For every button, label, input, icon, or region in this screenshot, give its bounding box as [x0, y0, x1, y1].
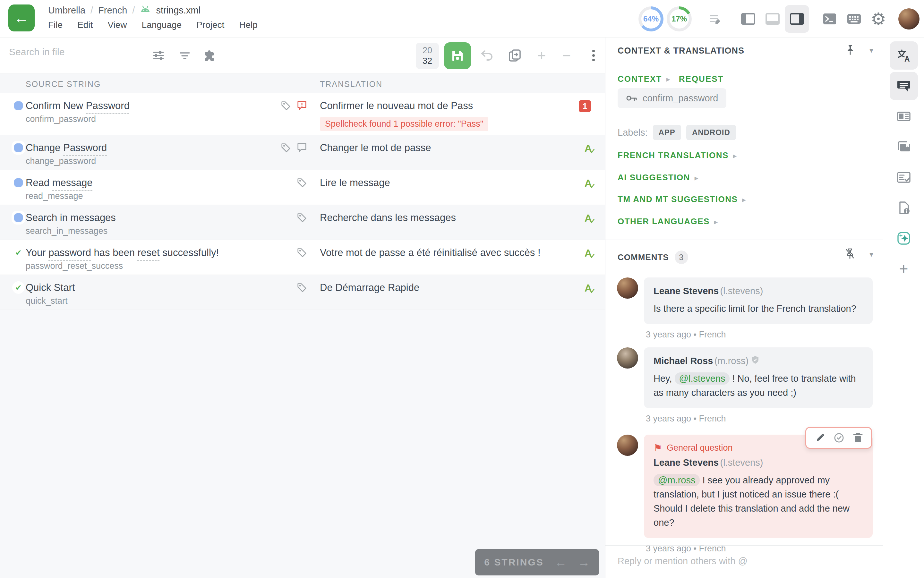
left-panel-toggle-icon[interactable]	[736, 5, 760, 33]
table-row[interactable]: Confirm New Password confirm_password Co…	[0, 93, 605, 135]
divider	[606, 240, 883, 240]
approved-icon[interactable]: A✓	[585, 178, 598, 190]
untranslated-status-icon	[14, 179, 23, 187]
label-chip[interactable]: ANDROID	[686, 125, 736, 140]
untranslated-status-icon	[14, 101, 23, 110]
pin-icon[interactable]	[845, 44, 855, 57]
avatar[interactable]	[617, 435, 638, 456]
comment-author[interactable]: Leane Stevens	[654, 458, 719, 468]
save-button[interactable]	[444, 42, 471, 69]
comment-username: (l.stevens)	[720, 286, 763, 296]
search-input[interactable]	[9, 47, 137, 57]
approved-icon[interactable]: A✓	[585, 283, 598, 295]
string-key: read_message	[26, 191, 83, 201]
table-row[interactable]: Change Password change_password Changer …	[0, 135, 605, 170]
source-string: Read message	[26, 177, 93, 188]
menu-language[interactable]: Language	[142, 20, 182, 30]
glossary-panel-icon[interactable]	[890, 133, 918, 161]
avatar[interactable]	[617, 278, 638, 299]
proofread-notes-icon[interactable]	[703, 5, 728, 33]
approved-icon[interactable]: A✓	[585, 213, 598, 226]
bottom-panel-toggle-icon[interactable]	[760, 5, 785, 33]
undo-icon[interactable]	[478, 47, 496, 65]
qa-checks-panel-icon[interactable]	[890, 163, 918, 192]
table-row[interactable]: Read message read_message Lire le messag…	[0, 170, 605, 205]
add-panel-icon[interactable]: +	[890, 255, 918, 283]
chevron-right-icon: ▸	[666, 75, 671, 83]
breadcrumb-project[interactable]: Umbrella	[48, 5, 85, 16]
issues-count-badge[interactable]: 1	[579, 100, 591, 112]
file-info-panel-icon[interactable]	[890, 194, 918, 222]
menu-project[interactable]: Project	[196, 20, 224, 30]
tag-icon[interactable]	[296, 177, 307, 189]
reply-input[interactable]	[618, 556, 861, 567]
delete-comment-icon[interactable]	[853, 432, 863, 443]
tag-icon[interactable]	[296, 247, 307, 259]
user-avatar[interactable]	[898, 8, 919, 29]
filter-settings-icon[interactable]	[149, 47, 167, 65]
kebab-menu-icon[interactable]	[585, 47, 602, 65]
back-button[interactable]: ←	[8, 5, 35, 31]
menu-view[interactable]: View	[107, 20, 127, 30]
comment-actions-toolbar	[805, 427, 872, 449]
unpin-icon[interactable]	[844, 248, 855, 261]
source-string: Confirm New Password	[26, 100, 130, 112]
menu-bar: File Edit View Language Project Help	[48, 20, 258, 30]
chevron-down-icon[interactable]: ▾	[869, 250, 873, 259]
table-row[interactable]: ✔ Your password has been reset successfu…	[0, 240, 605, 275]
breadcrumb-file[interactable]: strings.xml	[156, 5, 201, 16]
breadcrumb-language[interactable]: French	[98, 5, 127, 16]
context-card-panel-icon[interactable]	[890, 102, 918, 131]
settings-gear-icon[interactable]: ⚙	[866, 5, 891, 33]
table-row[interactable]: Search in messages search_in_messages Re…	[0, 205, 605, 240]
menu-edit[interactable]: Edit	[77, 20, 93, 30]
section-tm-mt-suggestions[interactable]: TM AND MT SUGGESTIONS▸	[618, 194, 746, 204]
comment-alert-icon[interactable]	[296, 100, 307, 112]
approved-progress-ring[interactable]: 17%	[667, 6, 692, 31]
mention-link[interactable]: @l.stevens	[675, 372, 730, 385]
right-panel-toggle-icon[interactable]	[785, 5, 809, 33]
chevron-down-icon[interactable]: ▾	[869, 46, 873, 55]
menu-file[interactable]: File	[48, 20, 63, 30]
translated-progress-ring[interactable]: 64%	[638, 6, 664, 31]
section-ai-suggestion[interactable]: AI SUGGESTION▸	[618, 172, 698, 182]
string-key: password_reset_success	[26, 261, 123, 271]
plugins-puzzle-icon[interactable]	[201, 47, 219, 65]
string-key-pill[interactable]: confirm_password	[618, 88, 726, 108]
tag-icon[interactable]	[296, 212, 307, 224]
label-chip[interactable]: APP	[653, 125, 681, 140]
translations-panel-icon[interactable]: A	[890, 41, 918, 70]
mention-link[interactable]: @m.ross	[654, 474, 700, 486]
avatar[interactable]	[617, 347, 638, 369]
comment-author[interactable]: Michael Ross	[654, 356, 713, 366]
duplicate-string-icon[interactable]	[506, 47, 524, 65]
approved-icon[interactable]: A✓	[585, 248, 598, 260]
next-page-icon[interactable]: →	[578, 556, 590, 568]
previous-page-icon[interactable]: ←	[555, 556, 567, 568]
table-row[interactable]: ✔ Quick Start quick_start De Démarrage R…	[0, 275, 605, 310]
tag-icon[interactable]	[296, 282, 307, 294]
tab-request[interactable]: REQUEST	[679, 74, 724, 84]
tag-icon[interactable]	[280, 100, 291, 112]
filter-icon[interactable]	[176, 47, 194, 65]
tag-icon[interactable]	[280, 142, 291, 154]
keyboard-shortcuts-icon[interactable]	[842, 5, 866, 33]
section-other-languages[interactable]: OTHER LANGUAGES▸	[618, 216, 718, 226]
string-key: change_password	[26, 156, 96, 166]
comments-panel-icon[interactable]	[890, 72, 918, 100]
ai-assistant-panel-icon[interactable]	[890, 224, 918, 252]
tab-context[interactable]: CONTEXT	[618, 74, 662, 84]
edit-comment-icon[interactable]	[815, 433, 825, 443]
comment-author[interactable]: Leane Stevens	[654, 286, 719, 296]
resolve-comment-icon[interactable]	[833, 432, 844, 443]
untranslated-status-icon	[14, 143, 23, 152]
menu-help[interactable]: Help	[239, 20, 258, 30]
console-icon[interactable]	[817, 5, 842, 33]
labels-caption: Labels:	[618, 127, 648, 138]
comment-icon[interactable]	[296, 142, 307, 154]
section-french-translations[interactable]: FRENCH TRANSLATIONS▸	[618, 151, 737, 161]
context-tabs: CONTEXT ▸ REQUEST	[618, 74, 723, 84]
approved-icon[interactable]: A✓	[585, 143, 598, 156]
remove-string-icon[interactable]: −	[558, 47, 576, 65]
add-string-icon[interactable]: +	[533, 47, 551, 65]
